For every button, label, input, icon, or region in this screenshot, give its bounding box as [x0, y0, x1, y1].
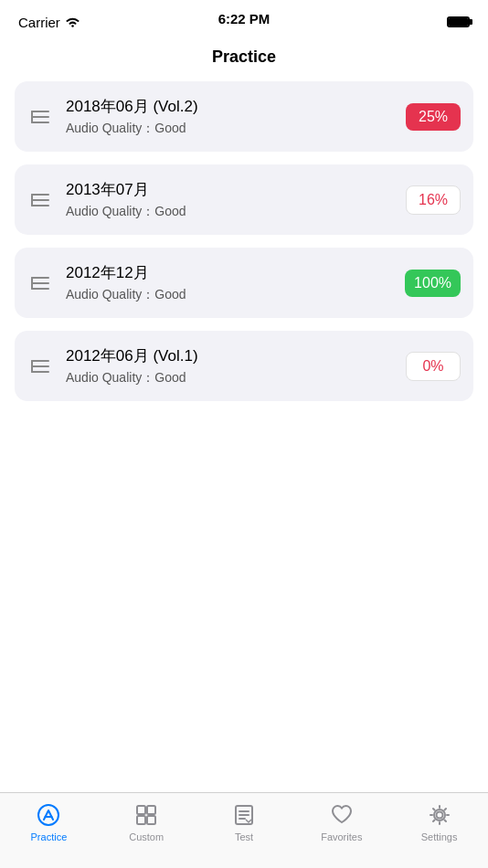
list-text: 2012年12月 Audio Quality：Good — [66, 262, 186, 303]
list-subtitle: Audio Quality：Good — [66, 370, 198, 386]
status-time: 6:22 PM — [218, 11, 271, 26]
test-icon — [231, 802, 257, 828]
tab-label-practice: Practice — [31, 831, 68, 842]
tab-label-custom: Custom — [129, 831, 164, 842]
list-subtitle: Audio Quality：Good — [66, 287, 186, 303]
list-menu-icon — [27, 191, 53, 209]
progress-badge: 100% — [405, 270, 461, 297]
list-item[interactable]: 2013年07月 Audio Quality：Good 16% — [15, 164, 473, 235]
list-item-left: 2013年07月 Audio Quality：Good — [27, 179, 186, 220]
list-item[interactable]: 2012年06月 (Vol.1) Audio Quality：Good 0% — [15, 331, 473, 401]
tab-custom[interactable]: Custom — [98, 802, 196, 842]
progress-badge: 25% — [406, 103, 461, 131]
svg-rect-19 — [147, 806, 155, 814]
content-area: 2018年06月 (Vol.2) Audio Quality：Good 25% … — [0, 81, 488, 401]
progress-badge: 0% — [406, 352, 461, 381]
page-title: Practice — [0, 40, 488, 81]
list-menu-icon — [27, 357, 53, 376]
tab-label-test: Test — [235, 831, 253, 842]
svg-point-26 — [436, 812, 442, 819]
svg-point-16 — [38, 805, 58, 825]
tab-label-favorites: Favorites — [321, 831, 362, 842]
custom-icon — [133, 802, 159, 828]
list-item-left: 2018年06月 (Vol.2) Audio Quality：Good — [27, 96, 198, 137]
tab-bar: Practice Custom Test — [0, 792, 488, 868]
list-title: 2013年07月 — [66, 179, 186, 200]
battery-icon — [447, 16, 470, 27]
list-text: 2012年06月 (Vol.1) Audio Quality：Good — [66, 345, 198, 386]
list-text: 2018年06月 (Vol.2) Audio Quality：Good — [66, 96, 198, 137]
list-item-left: 2012年12月 Audio Quality：Good — [27, 262, 186, 303]
tab-practice[interactable]: Practice — [0, 802, 98, 842]
list-menu-icon — [27, 108, 53, 126]
tab-favorites[interactable]: Favorites — [292, 802, 390, 842]
list-menu-icon — [27, 274, 53, 292]
tab-settings[interactable]: Settings — [390, 802, 488, 842]
tab-label-settings: Settings — [421, 831, 458, 842]
list-text: 2013年07月 Audio Quality：Good — [66, 179, 186, 220]
list-item[interactable]: 2012年12月 Audio Quality：Good 100% — [15, 248, 473, 318]
wifi-icon — [65, 16, 80, 28]
progress-badge: 16% — [406, 185, 461, 215]
list-title: 2012年06月 (Vol.1) — [66, 345, 198, 366]
status-bar: Carrier 6:22 PM — [0, 0, 488, 40]
svg-rect-18 — [137, 806, 145, 814]
settings-icon — [427, 802, 452, 828]
list-item[interactable]: 2018年06月 (Vol.2) Audio Quality：Good 25% — [15, 81, 473, 152]
list-subtitle: Audio Quality：Good — [66, 204, 186, 220]
favorites-icon — [329, 802, 355, 828]
tab-test[interactable]: Test — [196, 802, 293, 842]
svg-rect-20 — [137, 816, 145, 824]
list-title: 2018年06月 (Vol.2) — [66, 96, 198, 117]
practice-icon — [36, 802, 61, 828]
list-subtitle: Audio Quality：Good — [66, 121, 198, 137]
list-item-left: 2012年06月 (Vol.1) Audio Quality：Good — [27, 345, 198, 386]
svg-rect-21 — [147, 816, 155, 824]
list-title: 2012年12月 — [66, 262, 186, 283]
carrier-text: Carrier — [18, 15, 80, 30]
